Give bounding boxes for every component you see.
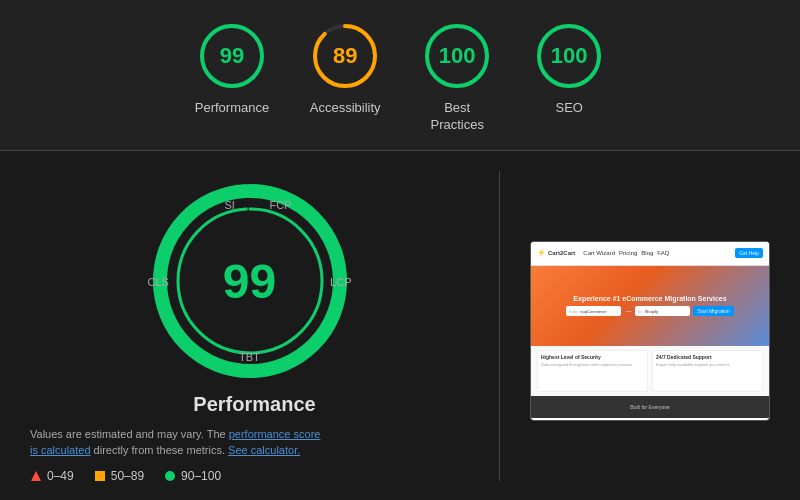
score-circle-accessibility: 89 xyxy=(309,20,381,92)
preview-feature-support-title: 24/7 Dedicated Support xyxy=(656,354,759,360)
gauge-label-si: SI xyxy=(225,199,235,211)
main-section: SI FCP CLS LCP TBT 99 xyxy=(0,151,800,500)
legend-triangle-icon xyxy=(30,470,42,482)
preview-from-input: from: nopCommerce xyxy=(566,306,621,316)
score-label-performance: Performance xyxy=(195,100,269,117)
info-text-middle: directly from these metrics. xyxy=(94,444,228,456)
preview-logo: ⚡ Cart2Cart xyxy=(537,249,575,257)
preview-nav-item: Pricing xyxy=(619,250,637,256)
preview-form-row: from: nopCommerce → to: Shopify Start Mi… xyxy=(566,306,734,316)
score-circle-performance: 99 xyxy=(196,20,268,92)
legend-circle-icon xyxy=(164,470,176,482)
preview-to-input: to: Shopify xyxy=(635,306,690,316)
preview-nav: Cart Wizard Pricing Blog FAQ xyxy=(583,250,669,256)
score-label-seo: SEO xyxy=(555,100,582,117)
score-value-accessibility: 89 xyxy=(333,43,357,69)
website-preview: ⚡ Cart2Cart Cart Wizard Pricing Blog FAQ… xyxy=(530,241,770,421)
legend-high: 90–100 xyxy=(164,469,221,483)
score-value-best-practices: 100 xyxy=(439,43,476,69)
legend-mid: 50–89 xyxy=(94,469,144,483)
performance-gauge: SI FCP CLS LCP TBT 99 xyxy=(140,171,360,391)
svg-point-14 xyxy=(165,471,175,481)
gauge-label-cls: CLS xyxy=(148,276,169,288)
legend-high-range: 90–100 xyxy=(181,469,221,483)
preview-hero-title: Experience #1 eCommerce Migration Servic… xyxy=(573,295,726,302)
svg-marker-12 xyxy=(31,471,41,481)
score-best-practices[interactable]: 100 BestPractices xyxy=(421,20,493,134)
preview-feature-security-title: Highest Level of Security xyxy=(541,354,644,360)
preview-nav-item: FAQ xyxy=(657,250,669,256)
gauge-title: Performance xyxy=(193,393,315,416)
score-accessibility[interactable]: 89 Accessibility xyxy=(309,20,381,117)
gauge-number: 99 xyxy=(223,254,276,307)
score-circle-best-practices: 100 xyxy=(421,20,493,92)
legend: 0–49 50–89 90–100 xyxy=(30,469,221,483)
preview-nav-item: Blog xyxy=(641,250,653,256)
score-performance[interactable]: 99 Performance xyxy=(195,20,269,117)
vertical-divider xyxy=(499,171,500,481)
score-label-best-practices: BestPractices xyxy=(430,100,483,134)
preview-feature-support: 24/7 Dedicated Support Expert help avail… xyxy=(652,350,763,392)
info-text-before: Values are estimated and may vary. The xyxy=(30,428,226,440)
preview-cta-btn: Start Migration xyxy=(693,306,734,316)
legend-mid-range: 50–89 xyxy=(111,469,144,483)
preview-features: Highest Level of Security Data encrypted… xyxy=(531,346,769,396)
score-label-accessibility: Accessibility xyxy=(310,100,381,117)
legend-low-range: 0–49 xyxy=(47,469,74,483)
preview-feature-security: Highest Level of Security Data encrypted… xyxy=(537,350,648,392)
see-calculator-link[interactable]: See calculator. xyxy=(228,444,300,456)
legend-low: 0–49 xyxy=(30,469,74,483)
score-value-performance: 99 xyxy=(220,43,244,69)
score-circle-seo: 100 xyxy=(533,20,605,92)
preview-footer: Built for Everyone xyxy=(531,396,769,418)
left-panel: SI FCP CLS LCP TBT 99 xyxy=(20,161,479,491)
svg-rect-13 xyxy=(95,471,105,481)
gauge-wrap: SI FCP CLS LCP TBT 99 xyxy=(20,171,479,416)
score-seo[interactable]: 100 SEO xyxy=(533,20,605,117)
preview-feature-security-text: Data encrypted throughout entire migrati… xyxy=(541,362,644,367)
preview-arrow-icon: → xyxy=(624,307,632,316)
score-value-seo: 100 xyxy=(551,43,588,69)
preview-feature-support-text: Expert help available anytime you need i… xyxy=(656,362,759,367)
gauge-center: 99 xyxy=(223,253,276,308)
gauge-label-fcp: FCP xyxy=(270,199,292,211)
preview-hero: Experience #1 eCommerce Migration Servic… xyxy=(531,266,769,346)
right-panel: ⚡ Cart2Cart Cart Wizard Pricing Blog FAQ… xyxy=(520,161,780,491)
preview-footer-text: Built for Everyone xyxy=(630,404,669,410)
preview-nav-item: Cart Wizard xyxy=(583,250,615,256)
preview-header: ⚡ Cart2Cart Cart Wizard Pricing Blog FAQ… xyxy=(531,242,769,266)
gauge-label-tbt: TBT xyxy=(239,351,260,363)
scores-bar: 99 Performance 89 Accessibility 100 Best… xyxy=(0,0,800,151)
preview-get-help-btn: Get Help xyxy=(735,248,763,258)
gauge-label-lcp: LCP xyxy=(330,276,351,288)
info-text: Values are estimated and may vary. The p… xyxy=(30,426,320,459)
legend-square-icon xyxy=(94,470,106,482)
